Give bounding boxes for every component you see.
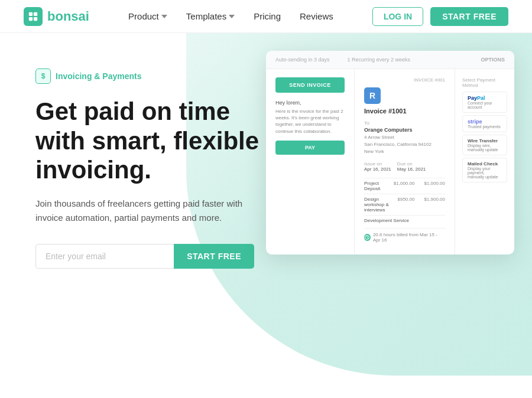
invoice-num: Invoice #1001: [364, 107, 445, 115]
to-addr: 4 Arrow Street San Francisco, California…: [364, 134, 445, 155]
item-name-3: Development Service: [364, 218, 409, 223]
chevron-down-icon: [229, 15, 235, 18]
invoice-mockup: Auto-sending in 3 days 1 Recurring every…: [266, 51, 514, 255]
invoice-right: Select Payment Method PayPal Connect you…: [455, 69, 514, 255]
invoice-card: Auto-sending in 3 days 1 Recurring every…: [266, 51, 514, 255]
options-label: OPTIONS: [481, 57, 505, 63]
badge-text: Invoicing & Payments: [56, 71, 141, 81]
email-input[interactable]: [35, 244, 174, 269]
svg-rect-0: [29, 12, 33, 15]
tagline-section: Start using smart invoices designed to s…: [0, 376, 532, 398]
brand-logo[interactable]: bonsai: [24, 7, 89, 26]
invoice-number-label: INVOICE #001: [364, 77, 445, 83]
send-invoice-btn[interactable]: SEND INVOICE: [275, 77, 345, 93]
logo-icon: [24, 7, 43, 26]
item-total-1: $1,000.00: [394, 181, 415, 191]
hero-subtext: Join thousands of freelancers getting pa…: [35, 197, 260, 225]
pm-label: Select Payment Method: [462, 77, 507, 88]
item-name-2: Design workshop & interviews: [364, 197, 397, 213]
item-amount-1: $1,000.00: [424, 181, 445, 191]
nav-pricing[interactable]: Pricing: [245, 6, 289, 26]
nav-templates[interactable]: Templates: [178, 6, 243, 26]
invoice-item-1: Project Deposit $1,000.00 $1,000.00: [364, 178, 445, 194]
logo-svg: [28, 11, 38, 22]
issue-date-col: Issue on Apr 16, 2021: [364, 161, 391, 172]
svg-rect-2: [29, 17, 33, 20]
invoice-body: SEND INVOICE Hey lorem, Here is the invo…: [266, 69, 514, 255]
login-button[interactable]: LOG IN: [372, 7, 423, 26]
invoice-msg: Here is the invoice for the past 2 weeks…: [275, 108, 345, 135]
hero-cta: START FREE: [35, 244, 254, 269]
client-badge: R: [364, 87, 381, 104]
to-company: Orange Computers: [364, 127, 445, 133]
hero-badge: $ Invoicing & Payments: [35, 68, 260, 84]
navbar-actions: LOG IN START FREE: [372, 7, 508, 26]
item-name-1: Project Deposit: [364, 181, 394, 191]
invoice-dates: Issue on Apr 16, 2021 Due on May 16, 202…: [364, 161, 445, 172]
chevron-down-icon: [161, 15, 167, 18]
to-label: To:: [364, 120, 445, 126]
issue-date-label: Issue on: [364, 161, 391, 167]
hero-content: $ Invoicing & Payments Get paid on time …: [0, 33, 260, 304]
navbar: bonsai Product Templates Pricing Reviews…: [0, 0, 532, 33]
invoice-items: Project Deposit $1,000.00 $1,000.00 Desi…: [364, 178, 445, 226]
pm-stripe[interactable]: stripe Trusted payments: [462, 115, 507, 132]
item-amount-2: $1,900.00: [424, 197, 445, 213]
invoice-item-3: Development Service: [364, 215, 445, 226]
svg-rect-1: [34, 12, 37, 15]
clock-icon: [365, 235, 369, 240]
due-date-val: May 16, 2021: [397, 167, 426, 172]
pm-wire-transfer[interactable]: Wire Transfer Display wire, manually upd…: [462, 135, 507, 155]
invoice-item-2: Design workshop & interviews $950.00 $1,…: [364, 194, 445, 215]
invoice-header: Auto-sending in 3 days 1 Recurring every…: [266, 51, 514, 69]
pay-btn[interactable]: PAY: [275, 141, 345, 155]
hero-cta-button[interactable]: START FREE: [174, 244, 254, 269]
tracked-text: 20.6 hours billed from Mar 15 - Apr 16: [373, 232, 445, 243]
hero-heading: Get paid on time with smart, flexible in…: [35, 97, 260, 185]
svg-rect-3: [34, 17, 37, 20]
issue-date-val: Apr 16, 2021: [364, 167, 391, 172]
due-label-1: Auto-sending in 3 days: [275, 57, 330, 63]
item-total-2: $950.00: [397, 197, 414, 213]
due-col-1: Auto-sending in 3 days: [275, 57, 330, 63]
invoice-dear: Hey lorem,: [275, 100, 345, 106]
pm-paypal[interactable]: PayPal Connect your account: [462, 92, 507, 113]
hero-section: $ Invoicing & Payments Get paid on time …: [0, 33, 532, 376]
badge-icon: $: [35, 68, 51, 84]
nav-product[interactable]: Product: [120, 6, 176, 26]
due-label-2: 1 Recurring every 2 weeks: [348, 57, 411, 63]
start-free-button[interactable]: START FREE: [430, 7, 508, 26]
invoice-left: SEND INVOICE Hey lorem, Here is the invo…: [266, 69, 355, 255]
tracked-icon: [364, 234, 371, 241]
due-date-col: Due on May 16, 2021: [397, 161, 426, 172]
pm-mailed-check[interactable]: Mailed Check Display your payment, manua…: [462, 158, 507, 182]
invoice-due-labels: Auto-sending in 3 days 1 Recurring every…: [275, 57, 410, 63]
navbar-links: Product Templates Pricing Reviews: [120, 6, 342, 26]
due-col-2: 1 Recurring every 2 weeks: [348, 57, 411, 63]
due-date-label: Due on: [397, 161, 426, 167]
brand-name: bonsai: [47, 9, 89, 24]
invoice-middle: INVOICE #001 R Invoice #1001 To: Orange …: [355, 69, 455, 255]
nav-reviews[interactable]: Reviews: [291, 6, 342, 26]
invoice-tracked: 20.6 hours billed from Mar 15 - Apr 16: [364, 228, 445, 246]
